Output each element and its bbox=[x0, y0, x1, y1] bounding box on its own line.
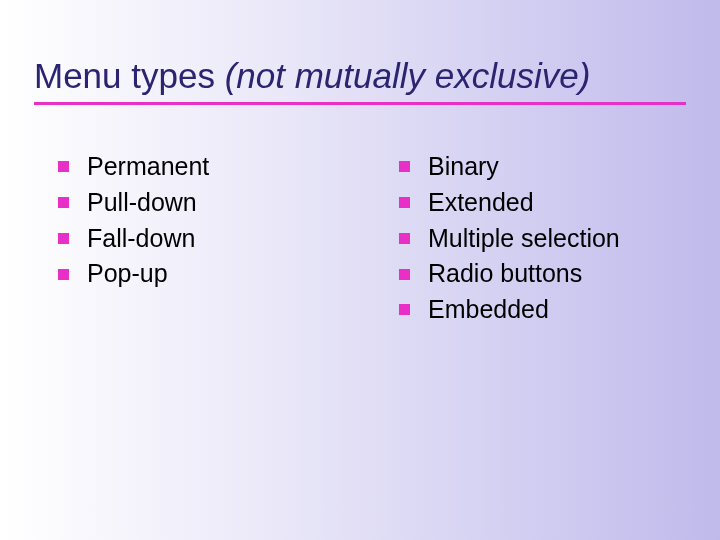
content-columns: Permanent Pull-down Fall-down Pop-up Bin… bbox=[58, 150, 680, 329]
item-text: Pull-down bbox=[87, 186, 197, 220]
left-column: Permanent Pull-down Fall-down Pop-up bbox=[58, 150, 339, 329]
list-item: Multiple selection bbox=[399, 222, 680, 256]
title-qualifier: (not mutually exclusive) bbox=[225, 56, 591, 95]
right-list: Binary Extended Multiple selection Radio… bbox=[399, 150, 680, 327]
item-text: Extended bbox=[428, 186, 534, 220]
list-item: Pop-up bbox=[58, 257, 339, 291]
slide-title: Menu types (not mutually exclusive) bbox=[34, 56, 686, 96]
title-main: Menu types bbox=[34, 56, 225, 95]
list-item: Permanent bbox=[58, 150, 339, 184]
bullet-icon bbox=[58, 197, 69, 208]
list-item: Pull-down bbox=[58, 186, 339, 220]
list-item: Binary bbox=[399, 150, 680, 184]
item-text: Pop-up bbox=[87, 257, 168, 291]
bullet-icon bbox=[399, 197, 410, 208]
bullet-icon bbox=[399, 161, 410, 172]
bullet-icon bbox=[58, 269, 69, 280]
bullet-icon bbox=[58, 161, 69, 172]
item-text: Binary bbox=[428, 150, 499, 184]
list-item: Radio buttons bbox=[399, 257, 680, 291]
bullet-icon bbox=[399, 233, 410, 244]
title-underline bbox=[34, 102, 686, 105]
right-column: Binary Extended Multiple selection Radio… bbox=[399, 150, 680, 329]
left-list: Permanent Pull-down Fall-down Pop-up bbox=[58, 150, 339, 291]
item-text: Radio buttons bbox=[428, 257, 582, 291]
item-text: Multiple selection bbox=[428, 222, 620, 256]
item-text: Permanent bbox=[87, 150, 209, 184]
list-item: Extended bbox=[399, 186, 680, 220]
bullet-icon bbox=[399, 269, 410, 280]
bullet-icon bbox=[58, 233, 69, 244]
list-item: Fall-down bbox=[58, 222, 339, 256]
item-text: Embedded bbox=[428, 293, 549, 327]
title-area: Menu types (not mutually exclusive) bbox=[34, 56, 686, 105]
slide: Menu types (not mutually exclusive) Perm… bbox=[0, 0, 720, 540]
list-item: Embedded bbox=[399, 293, 680, 327]
bullet-icon bbox=[399, 304, 410, 315]
item-text: Fall-down bbox=[87, 222, 195, 256]
